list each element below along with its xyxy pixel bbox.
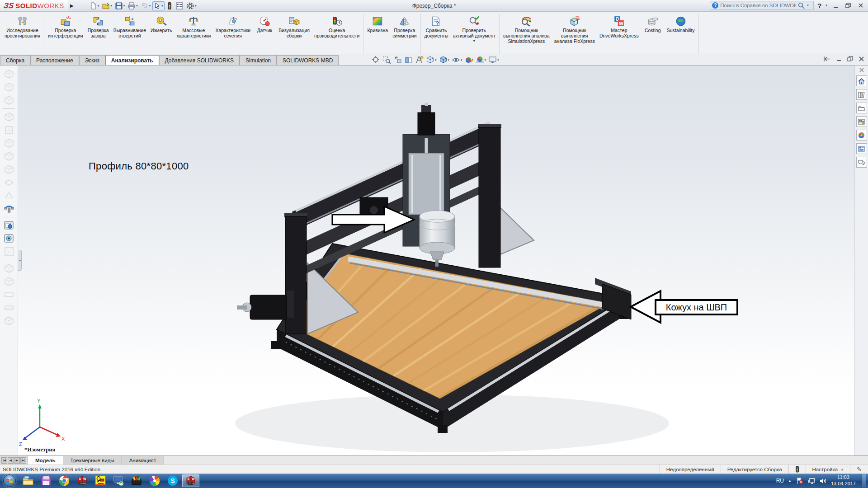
design-study-button[interactable]: Исследование проектирования (2, 14, 42, 40)
rebuild-button[interactable] (165, 1, 174, 10)
network-icon[interactable] (807, 478, 816, 484)
tag-edit-button[interactable]: ✎ (850, 465, 868, 474)
left-tool-button[interactable] (3, 111, 15, 123)
task-pane-appearances-tab[interactable] (856, 130, 867, 141)
sustainability-button[interactable]: Sustainability (665, 14, 697, 34)
undo-button[interactable]: ▾ (140, 1, 152, 10)
view-orientation-button[interactable]: ▾ (426, 56, 437, 64)
left-tool-button[interactable] (3, 177, 15, 188)
annotations-visibility-button[interactable] (415, 56, 424, 64)
assembly-visualization-button[interactable]: Визуализация сборки (276, 14, 312, 40)
help-button[interactable]: ? (817, 2, 821, 9)
costing-button[interactable]: Costing (641, 14, 665, 34)
caret-icon[interactable]: ▾ (807, 4, 809, 7)
curvature-button[interactable]: Кривизна (365, 14, 390, 34)
tray-expand-icon[interactable]: ▲ (788, 479, 792, 483)
tab-evaluate[interactable]: Анализировать (105, 55, 159, 65)
action-center-flag-icon[interactable] (796, 477, 803, 484)
left-tool-button[interactable] (3, 150, 15, 162)
taskbar-toolbox-button[interactable] (128, 474, 145, 487)
panel-collapse-handle[interactable]: ◂ (18, 250, 22, 271)
help-caret-icon[interactable]: ▾ (826, 4, 827, 7)
check-active-document-button[interactable]: Проверить активный документ ▼ (451, 14, 498, 43)
hide-show-items-button[interactable]: ▾ (452, 56, 462, 64)
annotation-cover-text[interactable]: Кожух на ШВП (655, 299, 738, 315)
taskbar-cad-utility-button[interactable] (92, 474, 109, 487)
task-pane-custom-properties-tab[interactable] (856, 143, 867, 154)
taskbar-clock[interactable]: 11:03 13.04.2017 (831, 474, 856, 487)
left-tool-button[interactable] (3, 315, 15, 327)
settings-button[interactable]: ▾ (185, 1, 198, 10)
graphics-viewport[interactable]: Y X Z Профиль 80*80*1000 Кожух на ШВП *И… (18, 66, 854, 455)
tab-scroll-prev-button[interactable]: ◀ (8, 457, 14, 464)
taskbar-remote-desktop-button[interactable] (110, 474, 127, 487)
options-list-button[interactable] (175, 1, 184, 10)
taskbar-save-tool-button[interactable] (38, 474, 55, 487)
tab-simulation[interactable]: Simulation (240, 55, 277, 65)
display-style-button[interactable]: ▾ (439, 56, 450, 64)
left-tool-button[interactable] (3, 263, 15, 274)
tab-layout[interactable]: Расположение (30, 55, 79, 65)
left-tool-button[interactable] (3, 94, 15, 106)
volume-icon[interactable] (820, 478, 827, 484)
open-document-button[interactable]: ▾ (101, 1, 113, 10)
animation-tab[interactable]: Анимация1 (122, 456, 164, 465)
print-button[interactable]: ▾ (127, 1, 139, 10)
close-button[interactable] (856, 2, 865, 9)
task-pane-file-explorer-tab[interactable] (856, 103, 867, 113)
edit-appearance-button[interactable] (465, 56, 473, 64)
doc-restore-icon[interactable] (847, 56, 853, 62)
doc-minimize-icon[interactable] (836, 56, 842, 62)
search-input[interactable] (720, 3, 796, 8)
doc-close-icon[interactable] (859, 56, 864, 62)
taskbar-solidworks-active-button[interactable]: SW2016 (182, 474, 199, 487)
show-desktop-button[interactable] (862, 474, 866, 488)
annotation-profile-text[interactable]: Профиль 80*80*1000 (89, 160, 189, 172)
menu-flyout-arrow-icon[interactable]: ▶ (68, 3, 75, 8)
task-pane-close-icon[interactable] (859, 67, 864, 73)
measure-button[interactable]: Измерить (148, 14, 174, 34)
custom-toolbar-button[interactable]: Настройка▲ (806, 465, 850, 474)
symmetry-check-button[interactable]: Проверка симметрии (390, 14, 419, 40)
threed-views-tab[interactable]: Трехмерные виды (63, 456, 122, 465)
sensor-button[interactable]: Датчик (253, 14, 276, 34)
zoom-to-area-button[interactable] (382, 56, 391, 64)
driveworksxpress-button[interactable]: DW Мастер DriveWorksXpress (597, 14, 641, 40)
language-indicator[interactable]: RU (776, 478, 784, 484)
minimize-button[interactable] (831, 2, 840, 9)
select-tool-button[interactable]: ▾ (152, 1, 165, 10)
left-tool-button[interactable] (3, 246, 15, 258)
simulationxpress-button[interactable]: Помощник выполнения анализа SimulationXp… (501, 14, 552, 45)
tab-scroll-next-button[interactable]: ▶ (14, 457, 20, 464)
left-tool-button[interactable] (3, 302, 15, 314)
task-pane-design-library-tab[interactable] (856, 89, 867, 100)
tab-assembly[interactable]: Сборка (0, 55, 30, 65)
help-search-box[interactable]: ? ▾ (710, 1, 814, 10)
mass-properties-button[interactable]: Массовые характеристики (174, 14, 213, 40)
tab-mbd[interactable]: SOLIDWORKS MBD (277, 55, 339, 65)
taskbar-media-viewer-button[interactable] (146, 474, 163, 487)
left-tool-button[interactable] (3, 164, 15, 175)
task-pane-view-palette-tab[interactable] (856, 116, 867, 127)
task-pane-forum-tab[interactable] (856, 157, 867, 168)
left-tool-button[interactable] (3, 124, 15, 136)
dock-arrow-icon[interactable] (824, 56, 830, 62)
taskbar-chrome-button[interactable] (56, 474, 73, 487)
taskbar-solidworks-button[interactable]: SW2016 (74, 474, 91, 487)
tab-addins[interactable]: Добавления SOLIDWORKS (159, 55, 240, 65)
previous-view-button[interactable] (393, 56, 402, 64)
hole-alignment-button[interactable]: Выравнивание отверстий (111, 14, 148, 40)
taskbar-explorer-button[interactable] (19, 474, 37, 487)
left-tool-button[interactable] (3, 137, 15, 149)
left-tool-button-mate[interactable] (3, 203, 15, 215)
task-pane-resources-tab[interactable] (856, 75, 867, 86)
taskbar-skype-button[interactable]: S (164, 474, 181, 487)
save-button[interactable]: ▾ (114, 1, 126, 10)
new-document-button[interactable]: ▾ (88, 1, 100, 10)
interference-check-button[interactable]: Проверка интерференции (46, 14, 85, 40)
restore-button[interactable] (844, 2, 853, 9)
tab-sketch[interactable]: Эскиз (79, 55, 105, 65)
view-settings-button[interactable]: ▾ (488, 56, 499, 64)
model-3d-cnc-router[interactable]: Y X Z (18, 66, 854, 455)
left-tool-button[interactable] (3, 289, 15, 300)
